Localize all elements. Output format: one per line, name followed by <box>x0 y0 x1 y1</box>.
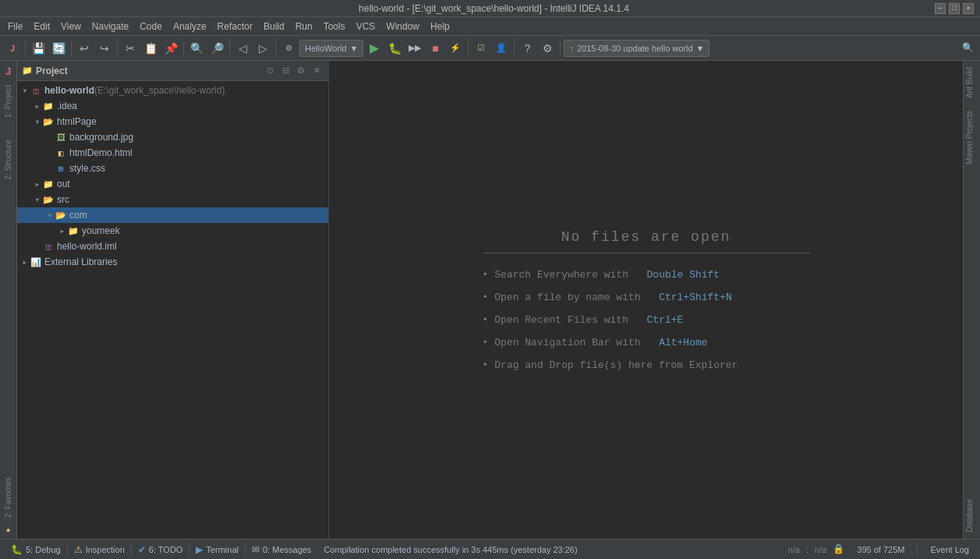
toolbar-sep-8 <box>514 41 515 56</box>
attach-profiler[interactable]: ⚡ <box>446 39 465 58</box>
tree-ext-lib[interactable]: ▶ 📊 External Libraries <box>17 254 328 270</box>
messages-label: 0: Messages <box>263 545 311 554</box>
menu-vcs[interactable]: VCS <box>352 19 380 34</box>
undo-button[interactable]: ↩ <box>75 39 94 58</box>
tree-iml[interactable]: ▶ ◫ hello-world.iml <box>17 239 328 254</box>
favorites-panel-toggle[interactable]: 2: Favorites <box>2 474 14 521</box>
cut-button[interactable]: ✂ <box>121 39 140 58</box>
memory-section[interactable]: 395 of 725M <box>851 545 911 554</box>
panel-settings-btn[interactable]: ⚙ <box>294 64 308 78</box>
database-panel[interactable]: Database <box>964 493 980 539</box>
menu-view[interactable]: View <box>56 19 86 34</box>
menu-tools[interactable]: Tools <box>319 19 350 34</box>
menu-edit[interactable]: Edit <box>29 19 55 34</box>
debug-icon: 🐛 <box>11 544 23 555</box>
tree-out[interactable]: ▶ 📁 out <box>17 176 328 192</box>
terminal-icon: ▶ <box>196 544 203 555</box>
tree-html-demo[interactable]: ▶ ◧ htmlDemo.html <box>17 145 328 161</box>
debug-section[interactable]: 🐛 5: Debug <box>5 540 67 559</box>
ext-lib-label: External Libraries <box>44 257 117 267</box>
panel-sync-btn[interactable]: ⊙ <box>263 64 277 78</box>
status-message: Compilation completed successfully in 3s… <box>317 545 787 554</box>
panel-close-btn[interactable]: ✕ <box>310 64 324 78</box>
run-with-coverage[interactable]: ▶▶ <box>405 39 424 58</box>
lock-icon: 🔒 <box>833 543 844 555</box>
editor-empty-state: No files are open Search Everywhere with… <box>329 61 963 539</box>
inspection-section[interactable]: ⚠ Inspection <box>68 540 131 559</box>
tree-src[interactable]: ▼ 📂 src <box>17 192 328 207</box>
build-button[interactable]: ⚙ <box>279 39 298 58</box>
redo-button[interactable]: ↪ <box>95 39 114 58</box>
vcs-commit-dropdown[interactable]: ↑ 2015-08-30 update hello world ▼ <box>564 40 709 57</box>
project-panel-toggle[interactable]: 1: Project <box>2 82 14 121</box>
paste-button[interactable]: 📌 <box>161 39 180 58</box>
hint-recent-key: Ctrl+E <box>647 314 684 326</box>
menu-file[interactable]: File <box>3 19 27 34</box>
htmlpage-label: htmlPage <box>57 116 97 127</box>
menu-analyze[interactable]: Analyze <box>168 19 211 34</box>
run-button[interactable]: ▶ <box>365 39 384 58</box>
tree-root[interactable]: ▼ ◫ hello-world (E:\git_work_space\hello… <box>17 83 328 98</box>
com-folder-icon: 📂 <box>55 209 67 221</box>
event-log-section[interactable]: Event Log <box>924 545 975 554</box>
project-tree: ▼ ◫ hello-world (E:\git_work_space\hello… <box>17 81 328 539</box>
debug-label: 5: Debug <box>26 545 61 554</box>
structure-panel-toggle[interactable]: 2: Structure <box>2 136 14 183</box>
htmlpage-folder-icon: 📂 <box>42 115 55 128</box>
profile-button[interactable]: 👤 <box>492 39 511 58</box>
forward-button[interactable]: ▷ <box>253 39 272 58</box>
hint-navbar-key: Alt+Home <box>659 337 707 348</box>
intellij-logo: J <box>3 39 22 58</box>
menu-code[interactable]: Code <box>135 19 167 34</box>
src-label: src <box>57 194 69 205</box>
menu-build[interactable]: Build <box>259 19 289 34</box>
menu-navigate[interactable]: Navigate <box>87 19 133 34</box>
menu-window[interactable]: Window <box>381 19 424 34</box>
messages-section[interactable]: ✉ 0: Messages <box>246 540 317 559</box>
coords-sep: : <box>806 545 808 554</box>
tree-youmeek[interactable]: ▶ 📁 youmeek <box>17 223 328 239</box>
find-button[interactable]: 🔍 <box>187 39 206 58</box>
panel-collapse-btn[interactable]: ⊟ <box>278 64 292 78</box>
intellij-icon-left[interactable]: J <box>4 64 12 79</box>
root-path: (E:\git_work_space\hello-world) <box>94 85 225 96</box>
src-folder-icon: 📂 <box>42 193 55 206</box>
toolbar: J 💾 🔄 ↩ ↪ ✂ 📋 📌 🔍 🔎 ◁ ▷ ⚙ HelloWorld ▼ ▶… <box>0 36 980 61</box>
hint-drag-text: Drag and Drop file(s) here from Explorer <box>494 359 738 371</box>
coverage-button[interactable]: ☑ <box>472 39 490 58</box>
menu-help[interactable]: Help <box>426 19 455 34</box>
todo-label: 6: TODO <box>149 545 183 554</box>
tree-com[interactable]: ▼ 📂 com <box>17 207 328 223</box>
tree-htmlpage[interactable]: ▼ 📂 htmlPage <box>17 114 328 129</box>
main-content: J 1: Project 2: Structure 2: Favorites ★… <box>0 61 980 539</box>
stop-button[interactable]: ■ <box>426 39 444 58</box>
minimize-button[interactable]: — <box>935 3 946 14</box>
save-all-button[interactable]: 💾 <box>29 39 48 58</box>
back-button[interactable]: ◁ <box>233 39 252 58</box>
replace-button[interactable]: 🔎 <box>207 39 226 58</box>
ant-build-panel[interactable]: Ant Build <box>964 61 980 104</box>
help-button[interactable]: ? <box>518 39 536 58</box>
menu-refactor[interactable]: Refactor <box>213 19 257 34</box>
terminal-section[interactable]: ▶ Terminal <box>189 540 245 559</box>
copy-button[interactable]: 📋 <box>141 39 160 58</box>
search-everywhere-icon[interactable]: 🔍 <box>958 39 977 58</box>
maven-projects-panel[interactable]: Maven Projects <box>964 104 980 171</box>
tree-idea[interactable]: ▶ 📁 .idea <box>17 98 328 114</box>
todo-section[interactable]: ✔ 6: TODO <box>132 540 189 559</box>
tree-css[interactable]: ▶ ⊞ style.css <box>17 161 328 176</box>
menu-run[interactable]: Run <box>291 19 317 34</box>
maximize-button[interactable]: □ <box>949 3 960 14</box>
coords-1: n/a <box>788 545 800 554</box>
vcs-commit-msg: 2015-08-30 update hello world <box>577 44 693 53</box>
hint-navbar-text: Open Navigation Bar with <box>494 337 653 348</box>
css-label: style.css <box>69 163 105 174</box>
close-button[interactable]: ✕ <box>963 3 974 14</box>
hint-recent-text: Open Recent Files with <box>494 314 640 326</box>
settings-button[interactable]: ⚙ <box>538 39 557 58</box>
toolbar-sep-1 <box>25 41 26 56</box>
debug-button[interactable]: 🐛 <box>385 39 404 58</box>
tree-bg-jpg[interactable]: ▶ 🖼 background.jpg <box>17 129 328 145</box>
synchronize-button[interactable]: 🔄 <box>49 39 68 58</box>
run-config-dropdown[interactable]: HelloWorld ▼ <box>299 40 363 57</box>
